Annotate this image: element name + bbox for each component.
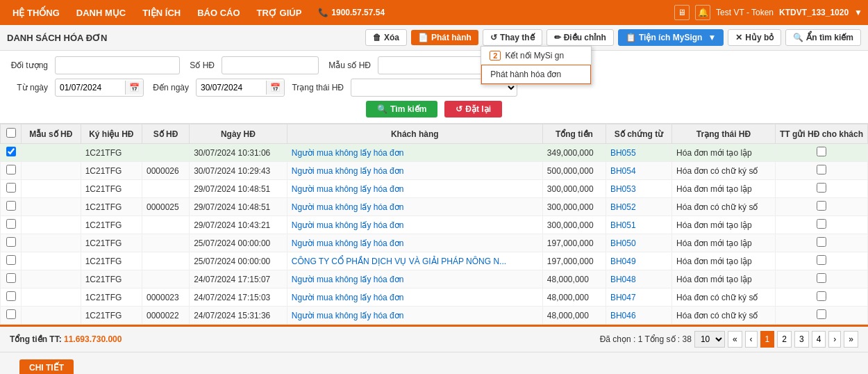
cell-chung_tu[interactable]: BH053 [606, 180, 671, 198]
cell-tt-gui[interactable] [775, 270, 867, 288]
cell-mau [22, 216, 81, 234]
cell-tt-gui[interactable] [775, 234, 867, 252]
so-hd-input[interactable] [222, 56, 319, 74]
pagination: Đã chọn : 1 Tổng số : 38 10 20 50 « ‹ 1 … [600, 331, 858, 348]
cell-khach[interactable]: Người mua không lấy hóa đơn [287, 307, 542, 325]
row-checkbox[interactable] [6, 237, 16, 247]
cell-khach[interactable]: Người mua không lấy hóa đơn [287, 144, 542, 162]
tt-gui-checkbox[interactable] [817, 165, 826, 174]
cell-chung_tu[interactable]: BH046 [606, 307, 671, 325]
account-dropdown-arrow[interactable]: ▼ [854, 8, 862, 17]
cell-so: 0000023 [142, 288, 189, 307]
cell-khach[interactable]: Người mua không lấy hóa đơn [287, 180, 542, 198]
page-1-btn[interactable]: 1 [760, 331, 775, 348]
row-checkbox[interactable] [6, 255, 16, 265]
hide-search-button[interactable]: 🔍 Ẩn tìm kiếm [785, 29, 861, 46]
cell-tt-gui[interactable] [775, 198, 867, 216]
page-2-btn[interactable]: 2 [777, 331, 792, 348]
tt-gui-checkbox[interactable] [817, 201, 826, 211]
den-ngay-input[interactable] [197, 81, 266, 95]
row-checkbox[interactable] [6, 147, 16, 156]
monitor-icon-btn[interactable]: 🖥 [674, 5, 690, 20]
nav-he-thong[interactable]: HỆ THỐNG [6, 5, 67, 21]
tt-gui-checkbox[interactable] [817, 219, 826, 229]
cell-chung_tu[interactable]: BH047 [606, 288, 671, 307]
cell-chung_tu[interactable]: BH050 [606, 234, 671, 252]
cell-khach[interactable]: Người mua không lấy hóa đơn [287, 216, 542, 234]
cell-tt-gui[interactable] [775, 144, 867, 162]
selected-info: Đã chọn : 1 Tổng số : 38 [600, 334, 692, 344]
cell-tt-gui[interactable] [775, 307, 867, 325]
cell-tt-gui[interactable] [775, 180, 867, 198]
row-checkbox[interactable] [6, 183, 16, 193]
nav-right-section: 🖥 🔔 Test VT - Token KTDVT_133_1020 ▼ [674, 5, 862, 20]
cell-tt-gui[interactable] [775, 216, 867, 234]
cell-so [142, 180, 189, 198]
mysign-menu-item-2[interactable]: Phát hành hóa đơn [481, 65, 591, 84]
nav-danh-muc[interactable]: DANH MỤC [69, 5, 133, 21]
adjust-icon: ✏ [554, 33, 561, 42]
menu-item-1-label: Kết nối MySi gn [505, 51, 564, 60]
cancel-button[interactable]: ✕ Hủy bỏ [728, 29, 781, 46]
cell-tt-gui[interactable] [775, 288, 867, 307]
row-checkbox[interactable] [6, 291, 16, 301]
cell-tt-gui[interactable] [775, 162, 867, 180]
nav-bao-cao[interactable]: BÁO CÁO [190, 5, 247, 21]
page-last-btn[interactable]: » [844, 331, 858, 348]
tu-ngay-calendar-icon[interactable]: 📅 [125, 81, 143, 95]
page-first-btn[interactable]: « [728, 331, 742, 348]
nav-tien-ich[interactable]: TIỆN ÍCH [135, 5, 187, 21]
page-3-btn[interactable]: 3 [794, 331, 809, 348]
header-select-all[interactable] [1, 124, 22, 144]
per-page-select[interactable]: 10 20 50 [694, 331, 725, 348]
cell-chung_tu[interactable]: BH049 [606, 252, 671, 270]
row-checkbox[interactable] [6, 273, 16, 283]
table-row: 1C21TFG25/07/2024 00:00:00Người mua khôn… [1, 234, 868, 252]
tu-ngay-input[interactable] [56, 81, 125, 95]
tt-gui-checkbox[interactable] [817, 309, 826, 319]
tt-gui-checkbox[interactable] [817, 273, 826, 283]
row-checkbox[interactable] [6, 165, 16, 174]
tt-gui-checkbox[interactable] [817, 147, 826, 156]
page-4-btn[interactable]: 4 [812, 331, 826, 348]
tt-gui-checkbox[interactable] [817, 237, 826, 247]
mysign-menu-item-1[interactable]: 2 Kết nối MySi gn [481, 47, 591, 65]
cell-chung_tu[interactable]: BH054 [606, 162, 671, 180]
search-button[interactable]: 🔍 Tìm kiếm [366, 101, 437, 117]
cell-chung_tu[interactable]: BH055 [606, 144, 671, 162]
tt-gui-checkbox[interactable] [817, 291, 826, 301]
row-checkbox[interactable] [6, 309, 16, 319]
cell-khach[interactable]: Người mua không lấy hóa đơn [287, 234, 542, 252]
cell-khach[interactable]: Người mua không lấy hóa đơn [287, 270, 542, 288]
delete-button[interactable]: 🗑 Xóa [365, 29, 407, 46]
mysign-button[interactable]: 📋 Tiện ích MySign ▼ [618, 29, 724, 46]
cell-chung_tu[interactable]: BH048 [606, 270, 671, 288]
select-all-checkbox[interactable] [6, 128, 16, 138]
cell-khach[interactable]: Người mua không lấy hóa đơn [287, 162, 542, 180]
reset-button[interactable]: ↺ Đặt lại [444, 101, 502, 117]
cell-tong: 48,000,000 [542, 288, 606, 307]
page-prev-btn[interactable]: ‹ [745, 331, 758, 348]
replace-button[interactable]: ↺ Thay thế [483, 29, 542, 46]
bell-icon-btn[interactable]: 🔔 [695, 5, 710, 20]
detail-button[interactable]: CHI TIẾT [19, 359, 74, 374]
doi-tuong-input[interactable] [55, 56, 180, 74]
cell-mau [22, 144, 81, 162]
phone-number: 📞 1900.57.57.54 [311, 8, 392, 17]
cell-khach[interactable]: Người mua không lấy hóa đơn [287, 288, 542, 307]
publish-button[interactable]: 📄 Phát hành [411, 30, 478, 45]
cell-tt-gui[interactable] [775, 252, 867, 270]
tt-gui-checkbox[interactable] [817, 183, 826, 193]
cell-khach[interactable]: Người mua không lấy hóa đơn [287, 198, 542, 216]
row-checkbox[interactable] [6, 219, 16, 229]
page-next-btn[interactable]: › [828, 331, 841, 348]
cell-so [142, 216, 189, 234]
cell-khach[interactable]: CÔNG TY CỔ PHẦN DỊCH VỤ VÀ GIẢI PHÁP NÔN… [287, 252, 542, 270]
cell-chung_tu[interactable]: BH052 [606, 198, 671, 216]
nav-tro-giup[interactable]: TRỢ GIÚP [250, 5, 309, 21]
den-ngay-calendar-icon[interactable]: 📅 [266, 81, 284, 95]
adjust-button[interactable]: ✏ Điều chỉnh [546, 29, 614, 46]
tt-gui-checkbox[interactable] [817, 255, 826, 265]
row-checkbox[interactable] [6, 201, 16, 211]
cell-chung_tu[interactable]: BH051 [606, 216, 671, 234]
